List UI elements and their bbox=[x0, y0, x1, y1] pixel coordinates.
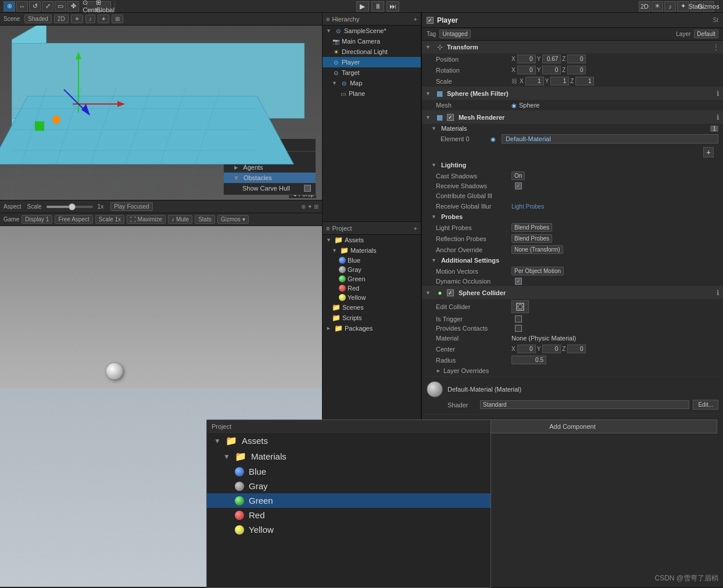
motion-vectors-dropdown[interactable]: Per Object Motion bbox=[511, 267, 564, 275]
tag-dropdown[interactable]: Untagged bbox=[439, 30, 470, 38]
rot-x-input[interactable]: 0 bbox=[517, 66, 536, 74]
center-x-input[interactable]: 0 bbox=[517, 345, 536, 353]
center-z-input[interactable]: 0 bbox=[567, 345, 586, 353]
mat-gray[interactable]: Gray bbox=[323, 265, 421, 274]
hierarchy-player[interactable]: ⊙ Player bbox=[323, 57, 421, 67]
stats-game-btn[interactable]: Stats bbox=[195, 215, 215, 224]
packages-folder[interactable]: ► 📁 Packages bbox=[323, 323, 421, 334]
hierarchy-target[interactable]: ⊙ Target bbox=[323, 67, 421, 78]
hierarchy-directional-light[interactable]: ☀ Directional Light bbox=[323, 46, 421, 57]
audio-toggle[interactable]: ♪ bbox=[85, 15, 95, 23]
scale-x-input[interactable]: 1 bbox=[525, 77, 544, 85]
2d-toggle[interactable]: 2D bbox=[54, 15, 69, 23]
anchor-override-dropdown[interactable]: None (Transform) bbox=[511, 245, 563, 254]
transform-info[interactable]: ⋮ bbox=[713, 43, 720, 51]
shading-btn[interactable]: Shaded bbox=[24, 15, 51, 23]
rot-y-input[interactable]: 0 bbox=[542, 66, 561, 74]
hierarchy-tab[interactable]: ≡ bbox=[326, 16, 330, 23]
fx-btn[interactable]: ✦ bbox=[677, 1, 689, 12]
pause-button[interactable]: ⏸ bbox=[371, 1, 384, 12]
light-toggle[interactable]: ☀ bbox=[71, 15, 83, 23]
tool-r[interactable]: ⤢ bbox=[42, 1, 53, 12]
grid-toggle[interactable]: ⊞ bbox=[112, 15, 123, 23]
scene-tab-label[interactable]: Scene bbox=[3, 16, 20, 22]
bottom-materials-folder[interactable]: ▼ 📁 Materials bbox=[207, 449, 491, 464]
scripts-folder[interactable]: 📁 Scripts bbox=[323, 313, 421, 323]
bottom-mat-green[interactable]: Green bbox=[207, 493, 491, 508]
pos-z-input[interactable]: 0 bbox=[567, 55, 586, 63]
layer-dropdown[interactable]: Default bbox=[694, 30, 718, 38]
center-y-input[interactable]: 0 bbox=[542, 345, 561, 353]
mesh-renderer-header[interactable]: ▼ ▦ ✓ Mesh Renderer ℹ bbox=[422, 111, 723, 124]
mesh-filter-header[interactable]: ▼ ▦ Sphere (Mesh Filter) ℹ bbox=[422, 87, 723, 100]
hierarchy-main-camera[interactable]: 📷 Main Camera bbox=[323, 36, 421, 46]
mesh-renderer-info[interactable]: ℹ bbox=[717, 113, 720, 121]
bottom-mat-red[interactable]: Red bbox=[207, 508, 491, 522]
hierarchy-map[interactable]: ▼ ⊙ Map bbox=[323, 78, 421, 88]
mat-green[interactable]: Green bbox=[323, 274, 421, 284]
mesh-filter-info[interactable]: ℹ bbox=[717, 89, 720, 98]
collider-material-value[interactable]: None (Physic Material) bbox=[511, 335, 718, 342]
mat-red[interactable]: Red bbox=[323, 284, 421, 293]
gizmos-game-btn[interactable]: Gizmos ▾ bbox=[217, 215, 249, 224]
rot-z-input[interactable]: 0 bbox=[567, 66, 586, 74]
receive-shadows-check[interactable]: ✓ bbox=[515, 182, 522, 189]
transform-header[interactable]: ▼ ⊹ Transform ⋮ bbox=[422, 41, 723, 53]
show-carve-toggle[interactable] bbox=[304, 185, 311, 192]
scale-z-input[interactable]: 1 bbox=[575, 77, 594, 85]
play-focused-btn[interactable]: Play Focused bbox=[110, 202, 153, 211]
shader-dropdown[interactable]: Standard bbox=[480, 400, 689, 409]
tool-t[interactable]: ▭ bbox=[55, 1, 66, 12]
asset-root[interactable]: ▼ 📁 Assets bbox=[323, 235, 421, 245]
aspect-label[interactable]: Aspect bbox=[3, 203, 22, 210]
pos-x-input[interactable]: 0 bbox=[517, 55, 536, 63]
maximize-btn[interactable]: ⛶ Maximize bbox=[127, 215, 166, 224]
shader-edit-btn[interactable]: Edit... bbox=[693, 400, 718, 410]
2d-btn[interactable]: 2D bbox=[639, 1, 650, 12]
sphere-collider-info[interactable]: ℹ bbox=[717, 289, 720, 297]
sphere-collider-enabled[interactable]: ✓ bbox=[447, 289, 454, 296]
mat-yellow[interactable]: Yellow bbox=[323, 293, 421, 302]
bottom-assets-root[interactable]: ▼ 📁 Assets bbox=[207, 433, 491, 449]
mat-blue[interactable]: Blue bbox=[323, 256, 421, 265]
step-button[interactable]: ⏭ bbox=[386, 1, 399, 12]
object-enabled-checkbox[interactable]: ✓ bbox=[427, 17, 434, 24]
radius-input[interactable]: 0.5 bbox=[511, 356, 546, 364]
bottom-mat-yellow[interactable]: Yellow bbox=[207, 522, 491, 537]
bottom-mat-blue[interactable]: Blue bbox=[207, 464, 491, 479]
scenes-folder[interactable]: 📁 Scenes bbox=[323, 302, 421, 313]
pos-y-input[interactable]: 0.67 bbox=[542, 55, 561, 63]
hierarchy-add[interactable]: + bbox=[414, 16, 417, 23]
global-btn[interactable]: ⊞ Global bbox=[99, 1, 111, 12]
bottom-panel-tab[interactable]: Project bbox=[212, 423, 231, 430]
gizmos-btn[interactable]: Gizmos bbox=[703, 1, 714, 12]
cast-shadows-dropdown[interactable]: On bbox=[511, 171, 525, 180]
is-trigger-check[interactable] bbox=[515, 315, 522, 322]
materials-folder[interactable]: ▼ 📁 Materials bbox=[323, 245, 421, 256]
bottom-mat-gray[interactable]: Gray bbox=[207, 479, 491, 493]
scene-root[interactable]: ▼ ⊙ SampleScene* bbox=[323, 26, 421, 36]
project-tab[interactable]: ≡ bbox=[326, 225, 330, 232]
tool-q[interactable]: ⊕ bbox=[3, 1, 15, 12]
hierarchy-plane[interactable]: ▭ Plane bbox=[323, 88, 421, 99]
fx-toggle[interactable]: ✦ bbox=[98, 15, 109, 23]
scale-slider[interactable] bbox=[46, 206, 93, 208]
tool-e[interactable]: ↺ bbox=[29, 1, 41, 12]
scale-y-input[interactable]: 1 bbox=[550, 77, 569, 85]
light-probes-dropdown[interactable]: Blend Probes bbox=[511, 223, 552, 232]
project-add[interactable]: + bbox=[414, 225, 417, 232]
aspect-btn[interactable]: Free Aspect bbox=[55, 215, 92, 224]
play-button[interactable]: ▶ bbox=[356, 1, 369, 12]
zoom-btn[interactable]: Scale 1x bbox=[95, 215, 124, 224]
edit-collider-btn[interactable] bbox=[511, 300, 529, 313]
reflection-probes-dropdown[interactable]: Blend Probes bbox=[511, 234, 552, 243]
dynamic-occlusion-check[interactable]: ✓ bbox=[515, 278, 522, 285]
mute-btn[interactable]: ♪ Mute bbox=[168, 215, 192, 224]
light-btn[interactable]: ☀ bbox=[652, 1, 663, 12]
audio-btn[interactable]: ♪ bbox=[664, 1, 676, 12]
tool-y[interactable]: ✤ bbox=[67, 1, 79, 12]
mesh-value[interactable]: Sphere bbox=[519, 102, 539, 109]
element-0-value[interactable]: Default-Material bbox=[502, 134, 718, 144]
game-tab-label[interactable]: Game bbox=[3, 216, 19, 223]
display-btn[interactable]: Display 1 bbox=[22, 215, 52, 224]
